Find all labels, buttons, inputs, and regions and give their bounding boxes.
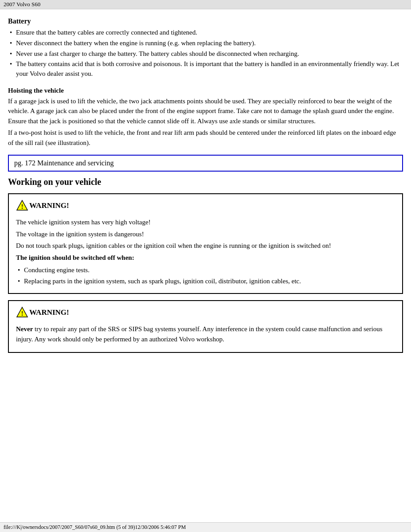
hoisting-section: Hoisting the vehicle If a garage jack is…	[8, 87, 403, 148]
svg-text:!: !	[21, 310, 23, 317]
warning1-line2: The voltage in the ignition system is da…	[16, 229, 395, 239]
battery-bullet-1: Ensure that the battery cables are corre…	[8, 28, 403, 38]
battery-section: Battery Ensure that the battery cables a…	[8, 17, 403, 79]
hoisting-paragraph2: If a two-post hoist is used to lift the …	[8, 128, 403, 148]
top-bar-title: 2007 Volvo S60	[4, 1, 40, 8]
warning2-rest: try to repair any part of the SRS or SIP…	[16, 325, 382, 343]
warning-header-2: ! WARNING!	[16, 306, 395, 319]
page-ref-text: pg. 172 Maintenance and servicing	[14, 159, 114, 167]
battery-bullet-2: Never disconnect the battery when the en…	[8, 39, 403, 48]
main-content: Battery Ensure that the battery cables a…	[0, 9, 411, 364]
hoisting-paragraph1: If a garage jack is used to lift the veh…	[8, 96, 403, 126]
working-title: Working on your vehicle	[8, 177, 403, 187]
warning2-text: Never try to repair any part of the SRS …	[16, 324, 395, 344]
svg-text:!: !	[21, 203, 23, 210]
warning1-line1: The vehicle ignition system has very hig…	[16, 217, 395, 227]
warning2-bold-word: Never	[16, 325, 33, 332]
warning-box-1: ! WARNING! The vehicle ignition system h…	[8, 193, 403, 294]
warning-header-1: ! WARNING!	[16, 200, 395, 212]
battery-bullet-list: Ensure that the battery cables are corre…	[8, 28, 403, 79]
bottom-bar: file:///K|/ownersdocs/2007/2007_S60/07s6…	[0, 522, 411, 532]
warning-box-2: ! WARNING! Never try to repair any part …	[8, 300, 403, 353]
warning1-bullet-list: Conducting engine tests. Replacing parts…	[16, 265, 395, 286]
bottom-bar-text: file:///K|/ownersdocs/2007/2007_S60/07s6…	[4, 524, 186, 530]
hoisting-title: Hoisting the vehicle	[8, 87, 403, 94]
warning1-bullet-1: Conducting engine tests.	[16, 265, 395, 275]
warning1-bold-intro: The ignition should be switched off when…	[16, 253, 395, 263]
warning-icon-2: !	[16, 306, 28, 319]
warning-label-2: WARNING!	[29, 308, 69, 317]
battery-bullet-4: The battery contains acid that is both c…	[8, 59, 403, 79]
warning1-bullet-2: Replacing parts in the ignition system, …	[16, 276, 395, 286]
warning-icon-1: !	[16, 200, 28, 212]
battery-bullet-3: Never use a fast charger to charge the b…	[8, 49, 403, 59]
battery-title: Battery	[8, 17, 403, 25]
warning-label-1: WARNING!	[29, 201, 69, 210]
warning1-line3: Do not touch spark plugs, ignition cable…	[16, 241, 395, 251]
top-bar: 2007 Volvo S60	[0, 0, 411, 9]
page-ref-box: pg. 172 Maintenance and servicing	[8, 155, 403, 172]
